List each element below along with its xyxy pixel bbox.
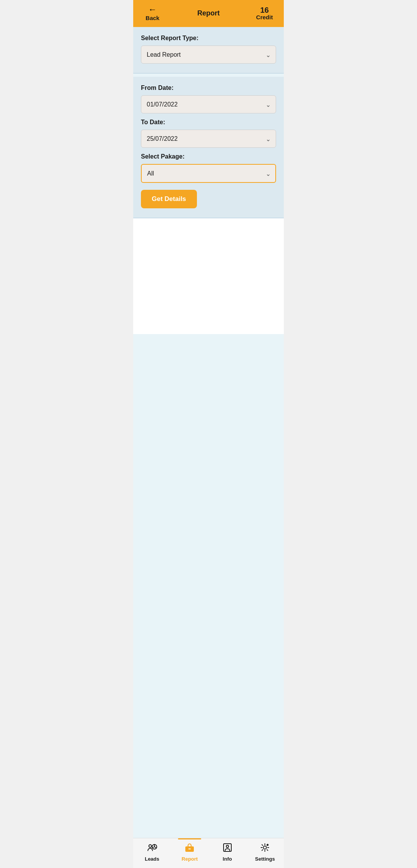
- bottom-navigation: Leads Report Info: [133, 838, 284, 868]
- from-date-group: From Date: 01/07/2022 ⌄: [141, 84, 276, 113]
- leads-nav-label: Leads: [145, 856, 159, 862]
- content-area: [133, 218, 284, 334]
- date-package-card: From Date: 01/07/2022 ⌄ To Date: 25/07/2…: [133, 77, 284, 218]
- back-arrow-icon: ←: [148, 5, 157, 14]
- back-label: Back: [146, 15, 159, 21]
- leads-icon: [147, 842, 158, 854]
- svg-point-8: [267, 844, 269, 846]
- main-content: Select Report Type: Lead Report Credit R…: [133, 27, 284, 868]
- svg-point-0: [149, 845, 151, 848]
- nav-item-leads[interactable]: Leads: [133, 842, 171, 862]
- to-date-label: To Date:: [141, 119, 276, 126]
- app-header: ← Back Report 16 Credit: [133, 0, 284, 27]
- report-type-label: Select Report Type:: [141, 35, 276, 42]
- settings-icon: [259, 842, 270, 854]
- info-icon: [222, 842, 233, 854]
- info-nav-label: Info: [223, 856, 232, 862]
- package-select-wrapper: All Basic Premium Enterprise ⌄: [141, 164, 276, 183]
- package-label: Select Pakage:: [141, 153, 276, 160]
- report-type-select[interactable]: Lead Report Credit Report Summary Report: [141, 46, 276, 64]
- nav-item-settings[interactable]: Settings: [246, 842, 284, 862]
- from-date-label: From Date:: [141, 84, 276, 91]
- svg-point-7: [263, 846, 266, 849]
- report-type-card: Select Report Type: Lead Report Credit R…: [133, 27, 284, 74]
- back-button[interactable]: ← Back: [141, 5, 164, 21]
- to-date-select-wrapper: 25/07/2022 ⌄: [141, 130, 276, 148]
- settings-nav-label: Settings: [255, 856, 275, 862]
- get-details-button[interactable]: Get Details: [141, 190, 197, 208]
- credit-label: Credit: [256, 14, 273, 20]
- package-select[interactable]: All Basic Premium Enterprise: [141, 164, 276, 183]
- credit-number: 16: [260, 6, 269, 14]
- to-date-select[interactable]: 25/07/2022: [141, 130, 276, 148]
- from-date-select-wrapper: 01/07/2022 ⌄: [141, 95, 276, 113]
- package-group: Select Pakage: All Basic Premium Enterpr…: [141, 153, 276, 183]
- nav-item-report[interactable]: Report: [171, 842, 209, 862]
- svg-rect-4: [188, 848, 191, 849]
- page-title: Report: [197, 9, 220, 17]
- report-icon: [184, 842, 195, 854]
- report-nav-label: Report: [181, 856, 198, 862]
- report-type-select-wrapper: Lead Report Credit Report Summary Report…: [141, 46, 276, 64]
- svg-point-6: [226, 845, 229, 848]
- credit-display: 16 Credit: [253, 6, 276, 20]
- to-date-group: To Date: 25/07/2022 ⌄: [141, 119, 276, 148]
- nav-item-info[interactable]: Info: [208, 842, 246, 862]
- from-date-select[interactable]: 01/07/2022: [141, 95, 276, 113]
